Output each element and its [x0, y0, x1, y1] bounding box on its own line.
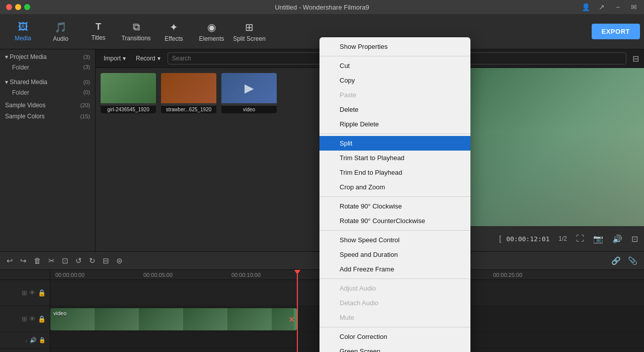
track-lock-icon-2[interactable]: 🔒: [38, 315, 46, 323]
toolbar-transitions[interactable]: ⧉ Transitions: [117, 17, 155, 47]
record-button[interactable]: Record ▾: [133, 53, 164, 63]
media-thumb-girl-label: girl-2436545_1920: [101, 106, 156, 113]
ctx-cut[interactable]: Cut: [319, 58, 470, 73]
toolbar-media[interactable]: 🖼 Media: [4, 17, 42, 47]
sample-colors-header[interactable]: Sample Colors (15): [0, 111, 95, 122]
clip-label: video: [53, 310, 66, 316]
title-bar-icons: 👤 ↗ − ✉: [582, 3, 638, 11]
ctx-ripple-delete[interactable]: Ripple Delete: [319, 117, 470, 131]
ctx-trim-start[interactable]: Trim Start to Playhead: [319, 151, 470, 165]
clip-delete-button[interactable]: ✕: [288, 315, 295, 324]
minimize-icon[interactable]: −: [614, 3, 622, 11]
close-window-button[interactable]: [6, 4, 12, 10]
crop-button[interactable]: ⊟: [101, 255, 111, 267]
expand-icon[interactable]: ⊡: [631, 234, 638, 244]
redo-button[interactable]: ↪: [19, 255, 28, 267]
screenshot-icon[interactable]: 📷: [593, 234, 603, 244]
maximize-window-button[interactable]: [24, 4, 30, 10]
ctx-divider-3: [319, 196, 470, 197]
import-chevron-icon: ▾: [123, 55, 126, 62]
toolbar-media-label: Media: [15, 35, 31, 42]
toolbar-titles[interactable]: T Titles: [79, 17, 117, 47]
record-chevron-icon: ▾: [157, 55, 160, 62]
ctx-split[interactable]: Split: [319, 136, 470, 151]
audio-track-label-2: ♪ 🔊 🔒: [0, 332, 50, 348]
ctx-divider-4: [319, 230, 470, 231]
media-thumb-strawberry-label: strawber...625_1920: [161, 106, 216, 113]
toolbar-split-screen-label: Split Screen: [233, 35, 266, 42]
track-eye-icon[interactable]: 👁: [29, 289, 36, 297]
ctx-show-speed[interactable]: Show Speed Control: [319, 233, 470, 247]
track-eye-icon-2[interactable]: 👁: [29, 315, 36, 323]
ctx-crop-zoom[interactable]: Crop and Zoom: [319, 180, 470, 194]
toolbar-split-screen[interactable]: ⊞ Split Screen: [230, 17, 268, 47]
project-media-folder[interactable]: Folder (3): [0, 62, 95, 73]
undo-button[interactable]: ↩: [5, 255, 15, 267]
audio-levels-button[interactable]: ⊜: [115, 255, 124, 267]
import-label: Import: [104, 55, 121, 62]
video-clip[interactable]: video ✕: [50, 308, 297, 330]
timemark-0: 00:00:00:00: [55, 272, 85, 278]
export-button[interactable]: EXPORT: [592, 24, 640, 39]
import-button[interactable]: Import ▾: [101, 53, 129, 63]
timeline-track-labels: ⊞ 👁 🔒 ⊞ 👁 🔒 ♪ 🔊 🔒: [0, 270, 50, 352]
project-media-header[interactable]: ▾ Project Media (3): [0, 51, 95, 62]
ctx-rotate-ccw[interactable]: Rotate 90° CounterClockwise: [319, 214, 470, 228]
clip-marker-start-icon[interactable]: [: [499, 235, 501, 243]
flip-button[interactable]: ↻: [88, 255, 97, 267]
ctx-green-screen[interactable]: Green Screen: [319, 344, 470, 352]
volume-icon[interactable]: 🔊: [612, 234, 622, 244]
magnet-button[interactable]: 📎: [626, 255, 639, 267]
timemark-10: 00:00:10:00: [231, 272, 261, 278]
link-button[interactable]: 🔗: [610, 255, 622, 267]
split-tool-button[interactable]: ⊡: [60, 255, 70, 267]
titles-icon: T: [96, 22, 101, 32]
project-media-label: ▾ Project Media: [5, 53, 47, 60]
shared-media-section: ▾ Shared Media (0) Folder (0): [0, 75, 95, 100]
ctx-rotate-cw[interactable]: Rotate 90° Clockwise: [319, 199, 470, 214]
media-thumb-video[interactable]: ▶ video: [221, 73, 277, 113]
track-grid-icon-2[interactable]: ⊞: [22, 315, 27, 323]
audio-lock-icon[interactable]: 🔒: [39, 337, 46, 343]
shared-media-folder[interactable]: Folder (0): [0, 88, 95, 98]
transitions-icon: ⧉: [133, 21, 140, 33]
cut-tool-button[interactable]: ✂: [47, 255, 56, 267]
split-screen-icon: ⊞: [245, 21, 254, 33]
toolbar-transitions-label: Transitions: [121, 35, 150, 42]
account-icon[interactable]: 👤: [582, 3, 590, 11]
audio-track-label: ⊞ 👁 🔒: [0, 306, 50, 332]
media-thumb-girl[interactable]: girl-2436545_1920: [101, 73, 156, 113]
minimize-window-button[interactable]: [15, 4, 21, 10]
timecode-display: 00:00:12:01: [506, 235, 549, 243]
track-grid-icon[interactable]: ⊞: [22, 289, 27, 297]
shared-media-header[interactable]: ▾ Shared Media (0): [0, 77, 95, 88]
timemark-25: 00:00:25:00: [493, 272, 522, 278]
toolbar-effects-label: Effects: [165, 35, 183, 42]
filter-icon[interactable]: ⊟: [632, 54, 639, 63]
ctx-copy[interactable]: Copy: [319, 73, 470, 88]
fullscreen-icon[interactable]: ⛶: [576, 234, 584, 243]
toolbar-audio[interactable]: 🎵 Audio: [42, 17, 79, 47]
ctx-freeze-frame[interactable]: Add Freeze Frame: [319, 262, 470, 276]
ctx-delete[interactable]: Delete: [319, 102, 470, 117]
track-lock-icon[interactable]: 🔒: [38, 289, 46, 297]
message-icon[interactable]: ✉: [630, 3, 638, 11]
ctx-color-correction[interactable]: Color Correction: [319, 329, 470, 344]
shared-media-label: ▾ Shared Media: [5, 79, 47, 86]
ctx-divider-1: [319, 56, 470, 56]
sample-videos-header[interactable]: Sample Videos (20): [0, 100, 95, 111]
sample-colors-count: (15): [80, 113, 90, 119]
timemark-5: 00:00:05:00: [143, 272, 173, 278]
rotate-button[interactable]: ↺: [74, 255, 84, 267]
media-thumb-strawberry[interactable]: strawber...625_1920: [161, 73, 216, 113]
toolbar-effects[interactable]: ✦ Effects: [155, 17, 193, 47]
ctx-trim-end[interactable]: Trim End to Playhead: [319, 165, 470, 180]
audio-speaker-icon[interactable]: 🔊: [30, 337, 37, 343]
ctx-speed-duration[interactable]: Speed and Duration: [319, 247, 470, 262]
ctx-divider-2: [319, 133, 470, 134]
share-icon[interactable]: ↗: [598, 3, 606, 11]
ctx-show-properties[interactable]: Show Properties: [319, 39, 470, 54]
delete-clip-button[interactable]: 🗑: [32, 255, 43, 266]
toolbar-elements[interactable]: ◉ Elements: [193, 17, 230, 47]
effects-icon: ✦: [170, 21, 178, 33]
